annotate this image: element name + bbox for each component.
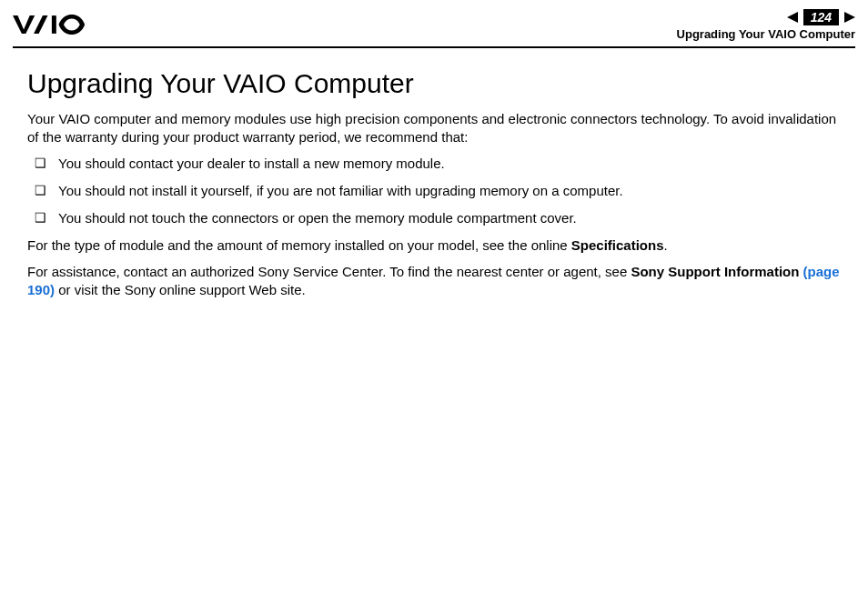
- text-run: For assistance, contact an authorized So…: [27, 264, 631, 279]
- assistance-paragraph: For assistance, contact an authorized So…: [27, 263, 841, 300]
- svg-rect-0: [52, 15, 56, 34]
- breadcrumb: Upgrading Your VAIO Computer: [677, 27, 855, 41]
- list-item: You should contact your dealer to instal…: [27, 155, 841, 173]
- next-page-arrow-icon[interactable]: [844, 12, 855, 23]
- page-navigation: 124: [677, 9, 855, 25]
- list-item: You should not touch the connectors or o…: [27, 209, 841, 227]
- main-content: Upgrading Your VAIO Computer Your VAIO c…: [0, 48, 868, 299]
- text-run: or visit the Sony online support Web sit…: [55, 282, 306, 297]
- list-item: You should not install it yourself, if y…: [27, 182, 841, 200]
- specifications-bold: Specifications: [571, 237, 664, 253]
- text-run: For the type of module and the amount of…: [27, 237, 571, 253]
- page-title: Upgrading Your VAIO Computer: [27, 68, 841, 99]
- recommendation-list: You should contact your dealer to instal…: [27, 155, 841, 228]
- header-right: 124 Upgrading Your VAIO Computer: [677, 9, 855, 41]
- text-run: .: [664, 237, 668, 253]
- specifications-paragraph: For the type of module and the amount of…: [27, 236, 841, 255]
- vaio-logo: [13, 9, 113, 38]
- page-number: 124: [803, 9, 839, 25]
- support-info-bold: Sony Support Information: [631, 264, 802, 279]
- prev-page-arrow-icon[interactable]: [787, 12, 798, 23]
- intro-paragraph: Your VAIO computer and memory modules us…: [27, 110, 841, 147]
- document-page: 124 Upgrading Your VAIO Computer Upgradi…: [0, 0, 868, 613]
- page-header: 124 Upgrading Your VAIO Computer: [0, 0, 868, 45]
